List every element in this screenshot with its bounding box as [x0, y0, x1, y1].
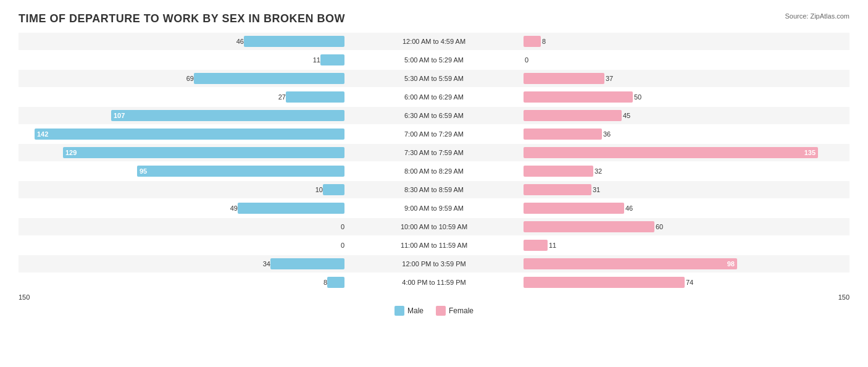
chart-row: 0 10:00 AM to 10:59 AM 60: [19, 218, 849, 235]
male-value-inside: 142: [37, 130, 48, 138]
left-side: 142: [19, 125, 366, 143]
female-value-outside: 45: [623, 112, 640, 119]
male-bar: 129: [63, 147, 344, 158]
female-bar: 74: [524, 277, 685, 288]
female-value-outside: 31: [593, 186, 610, 193]
left-side: 107: [19, 107, 366, 124]
time-label: 11:00 AM to 11:59 AM: [366, 242, 502, 249]
female-bar: 8: [524, 36, 541, 47]
time-label: 9:00 AM to 9:59 AM: [366, 205, 502, 212]
male-value-inside: 129: [65, 149, 77, 156]
time-label: 7:00 AM to 7:29 AM: [366, 130, 502, 138]
left-side: 129: [19, 144, 366, 161]
right-side: 45: [502, 107, 849, 124]
right-side: 0: [502, 51, 849, 69]
male-bar: 46: [244, 36, 344, 47]
left-side: 95: [19, 162, 366, 180]
female-value-outside: 46: [625, 205, 643, 212]
time-label: 5:30 AM to 5:59 AM: [366, 75, 502, 82]
male-value-outside: 10: [306, 186, 323, 193]
right-side: 11: [502, 237, 849, 254]
time-label: 12:00 AM to 4:59 AM: [366, 38, 502, 45]
male-value-inside: 95: [140, 167, 147, 175]
legend: Male Female: [19, 306, 849, 316]
female-value-outside: 50: [634, 93, 651, 101]
right-side: 31: [502, 181, 849, 198]
female-bar: 11: [524, 240, 548, 251]
female-value-outside: 36: [603, 130, 620, 138]
female-legend-label: Female: [449, 306, 474, 315]
female-value-outside: 32: [595, 167, 612, 175]
female-bar: 31: [524, 184, 591, 195]
chart-container: TIME OF DEPARTURE TO WORK BY SEX IN BROK…: [0, 0, 868, 367]
male-bar: 10: [323, 184, 344, 195]
chart-row: 49 9:00 AM to 9:59 AM 46: [19, 200, 849, 217]
right-side: 46: [502, 200, 849, 217]
right-side: 36: [502, 125, 849, 143]
male-value-outside: 69: [177, 75, 194, 82]
male-bar: 11: [320, 54, 344, 65]
time-label: 8:30 AM to 8:59 AM: [366, 186, 502, 193]
left-side: 49: [19, 200, 366, 217]
time-label: 8:00 AM to 8:29 AM: [366, 167, 502, 175]
right-side: 8: [502, 33, 849, 50]
male-value-outside: 27: [269, 93, 286, 101]
female-bar: 32: [524, 166, 593, 177]
male-value-outside: 0: [327, 242, 344, 249]
time-label: 10:00 AM to 10:59 AM: [366, 223, 502, 230]
axis-left-label: 150: [19, 293, 30, 301]
chart-row: 27 6:00 AM to 6:29 AM 50: [19, 88, 849, 106]
female-value-outside: 0: [525, 56, 542, 64]
male-bar: 8: [327, 277, 344, 288]
left-side: 11: [19, 51, 366, 69]
male-bar: 95: [137, 166, 344, 177]
right-side: 37: [502, 70, 849, 87]
male-bar: 142: [35, 129, 344, 140]
right-side: 74: [502, 274, 849, 291]
left-side: 27: [19, 88, 366, 106]
male-bar: 107: [111, 110, 344, 121]
female-color-swatch: [436, 306, 446, 316]
female-value-outside: 37: [606, 75, 623, 82]
chart-row: 0 11:00 AM to 11:59 AM 11: [19, 237, 849, 254]
left-side: 0: [19, 218, 366, 235]
chart-row: 46 12:00 AM to 4:59 AM 8: [19, 33, 849, 50]
female-value-inside: 98: [727, 260, 735, 268]
chart-row: 129 7:30 AM to 7:59 AM 135: [19, 144, 849, 161]
female-bar: 36: [524, 129, 602, 140]
chart-area: 46 12:00 AM to 4:59 AM 8 11 5:00 AM to 5…: [19, 33, 849, 291]
chart-row: 69 5:30 AM to 5:59 AM 37: [19, 70, 849, 87]
time-label: 6:00 AM to 6:29 AM: [366, 93, 502, 101]
time-label: 6:30 AM to 6:59 AM: [366, 112, 502, 119]
time-label: 7:30 AM to 7:59 AM: [366, 149, 502, 156]
right-side: 32: [502, 162, 849, 180]
right-side: 50: [502, 88, 849, 106]
male-bar: 49: [238, 203, 344, 214]
left-side: 10: [19, 181, 366, 198]
right-side: 135: [502, 144, 849, 161]
female-bar: 45: [524, 110, 622, 121]
female-bar: 46: [524, 203, 624, 214]
female-value-outside: 11: [549, 242, 566, 249]
left-side: 8: [19, 274, 366, 291]
left-side: 34: [19, 255, 366, 272]
time-label: 12:00 PM to 3:59 PM: [366, 260, 502, 268]
female-value-outside: 8: [542, 38, 559, 45]
male-value-outside: 8: [310, 279, 327, 286]
male-value-outside: 11: [303, 56, 320, 64]
legend-female: Female: [436, 306, 474, 316]
legend-male: Male: [394, 306, 424, 316]
time-label: 4:00 PM to 11:59 PM: [366, 279, 502, 286]
left-side: 69: [19, 70, 366, 87]
female-bar: 37: [524, 73, 604, 84]
axis-right-label: 150: [838, 293, 849, 301]
male-color-swatch: [394, 306, 404, 316]
chart-row: 95 8:00 AM to 8:29 AM 32: [19, 162, 849, 180]
female-bar: 60: [524, 221, 654, 232]
male-value-outside: 49: [220, 205, 238, 212]
male-value-outside: 46: [227, 38, 244, 45]
male-value-outside: 0: [327, 223, 344, 230]
male-bar: 27: [286, 91, 344, 103]
chart-row: 34 12:00 PM to 3:59 PM 98: [19, 255, 849, 272]
right-side: 60: [502, 218, 849, 235]
